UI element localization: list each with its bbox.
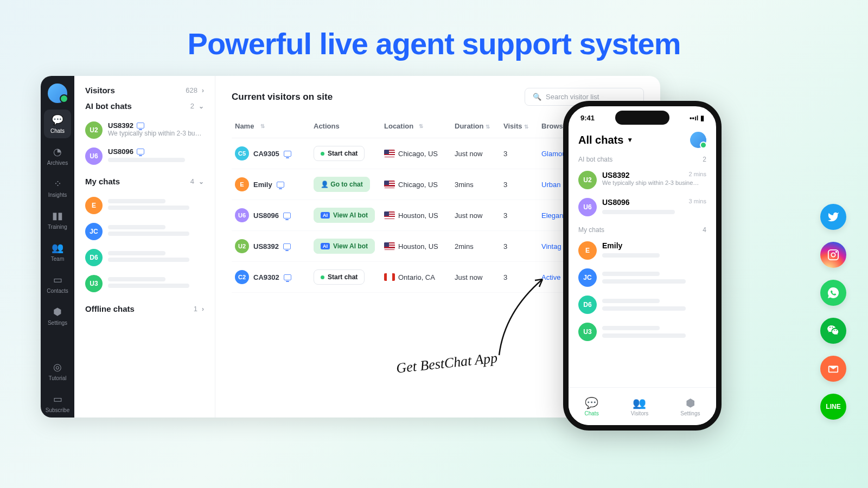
col-name[interactable]: Name bbox=[235, 122, 254, 130]
nav-archives[interactable]: ◔ Archives bbox=[44, 142, 71, 170]
skeleton bbox=[602, 333, 686, 338]
section-offline-chats[interactable]: Offline chats 1 › bbox=[85, 304, 204, 313]
avatar: U6 bbox=[578, 198, 597, 216]
nav-chats[interactable]: 💬 Chats bbox=[44, 110, 71, 138]
skeleton bbox=[602, 272, 660, 276]
gear-icon: ⬢ bbox=[686, 396, 695, 409]
signal-icon: ••ıl ▮ bbox=[690, 114, 704, 122]
section-my-chats[interactable]: My chats 4 ⌄ bbox=[85, 177, 204, 186]
phone-chat-item[interactable]: D6 bbox=[578, 291, 706, 318]
phone-mockup: 9:41 ••ıl ▮ All chats ▼ AI bot chats 2 U… bbox=[563, 101, 722, 431]
nav-label: Tutorial bbox=[49, 375, 67, 381]
section-visitors[interactable]: Visitors 628 › bbox=[85, 86, 204, 95]
chat-preview: We typically ship within 2-3 busi... bbox=[108, 130, 204, 137]
visitor-name: CA9302 bbox=[253, 273, 279, 281]
view-ai-bot-button[interactable]: AI View AI bot bbox=[314, 239, 375, 254]
nav-settings[interactable]: ⬢ Settings bbox=[44, 301, 71, 330]
nav-insights[interactable]: ⁘ Insights bbox=[44, 174, 71, 202]
archive-icon: ◔ bbox=[53, 146, 62, 158]
flag-icon bbox=[384, 242, 395, 250]
chat-name: US8096 bbox=[602, 198, 630, 207]
skeleton bbox=[602, 279, 686, 284]
chat-item[interactable]: U6 US8096 bbox=[85, 143, 204, 169]
desktop-icon bbox=[283, 213, 291, 219]
desktop-icon bbox=[137, 123, 144, 129]
start-chat-button[interactable]: Start chat bbox=[314, 269, 365, 285]
section-count: 2 bbox=[190, 102, 194, 110]
chat-item[interactable]: D6 bbox=[85, 245, 204, 271]
twitter-icon[interactable] bbox=[820, 204, 846, 230]
section-count: 4 bbox=[190, 177, 194, 185]
avatar: U3 bbox=[85, 275, 103, 292]
section-title: Offline chats bbox=[85, 304, 135, 313]
nav-contacts[interactable]: ▭ Contacts bbox=[44, 269, 71, 298]
whatsapp-icon[interactable] bbox=[820, 280, 846, 306]
skeleton bbox=[108, 251, 165, 255]
wechat-icon[interactable] bbox=[820, 318, 846, 344]
skeleton bbox=[602, 253, 660, 258]
desktop-icon bbox=[284, 274, 291, 280]
chat-item[interactable]: JC bbox=[85, 219, 204, 245]
section-ai-chats[interactable]: AI bot chats 2 ⌄ bbox=[85, 101, 204, 111]
col-browsing: Browsi bbox=[541, 122, 565, 130]
desktop-icon bbox=[137, 149, 144, 155]
flag-icon bbox=[384, 211, 395, 219]
section-title: My chats bbox=[85, 177, 120, 186]
nav-subscribe[interactable]: ▭ Subscribe bbox=[44, 389, 71, 418]
phone-chat-item[interactable]: U2 US83922 mins We typically ship within… bbox=[578, 166, 706, 194]
chat-item[interactable]: U2 US8392 We typically ship within 2-3 b… bbox=[85, 117, 204, 143]
tab-chats[interactable]: 💬 Chats bbox=[585, 396, 599, 416]
tab-settings[interactable]: ⬢ Settings bbox=[680, 396, 700, 416]
location-text: Chicago, US bbox=[398, 181, 438, 189]
phone-chat-item[interactable]: U3 bbox=[578, 318, 706, 345]
mail-icon[interactable] bbox=[820, 356, 846, 382]
desktop-icon bbox=[283, 243, 291, 249]
app-logo[interactable] bbox=[690, 132, 706, 148]
chat-item[interactable]: E bbox=[85, 192, 204, 219]
nav-team[interactable]: 👥 Team bbox=[44, 237, 71, 266]
phone-chat-item[interactable]: U6 US80963 mins bbox=[578, 194, 706, 221]
avatar: U2 bbox=[578, 171, 597, 189]
chat-name: US8096 bbox=[108, 147, 204, 156]
skeleton bbox=[108, 206, 189, 210]
chat-time: 3 mins bbox=[689, 198, 706, 207]
phone-title[interactable]: All chats ▼ bbox=[578, 134, 633, 146]
nav-training[interactable]: ▮▮ Training bbox=[44, 206, 71, 234]
skeleton bbox=[108, 158, 185, 162]
section-count: 628 bbox=[186, 86, 197, 94]
nav-tutorial[interactable]: ◎ Tutorial bbox=[44, 357, 71, 386]
nav-label: Archives bbox=[47, 160, 68, 166]
chevron-right-icon: › bbox=[202, 305, 204, 313]
avatar: U2 bbox=[85, 121, 103, 139]
visitor-name: Emily bbox=[253, 181, 272, 189]
skeleton bbox=[108, 258, 189, 262]
skeleton bbox=[108, 277, 165, 281]
conversation-panel: Visitors 628 › AI bot chats 2 ⌄ U2 US839… bbox=[74, 76, 215, 418]
section-title: Visitors bbox=[85, 86, 115, 95]
visitor-name: CA9305 bbox=[253, 150, 279, 158]
phone-chat-item[interactable]: E Emily bbox=[578, 237, 706, 264]
start-chat-button[interactable]: Start chat bbox=[314, 146, 365, 161]
visits-text: 3 bbox=[503, 242, 541, 251]
col-visits[interactable]: Visits bbox=[503, 122, 522, 130]
chat-name: Emily bbox=[602, 241, 706, 250]
skeleton bbox=[108, 225, 165, 229]
col-location[interactable]: Location bbox=[384, 122, 413, 130]
skeleton bbox=[108, 232, 189, 236]
phone-chat-item[interactable]: JC bbox=[578, 264, 706, 291]
phone-section-ai: AI bot chats 2 bbox=[578, 156, 706, 163]
section-count: 1 bbox=[194, 305, 197, 313]
go-to-chat-button[interactable]: 👤 Go to chat bbox=[314, 177, 370, 192]
instagram-icon[interactable] bbox=[820, 242, 846, 268]
callout-text: Get BestChat App bbox=[395, 350, 498, 376]
visitor-name: US8096 bbox=[253, 211, 279, 220]
chevron-right-icon: › bbox=[202, 87, 204, 94]
people-icon: 👥 bbox=[633, 396, 646, 409]
training-icon: ▮▮ bbox=[52, 210, 63, 222]
tab-visitors[interactable]: 👥 Visitors bbox=[631, 396, 649, 416]
view-ai-bot-button[interactable]: AI View AI bot bbox=[314, 208, 375, 223]
chat-item[interactable]: U3 bbox=[85, 271, 204, 297]
col-duration[interactable]: Duration bbox=[455, 122, 483, 130]
line-icon[interactable]: LINE bbox=[820, 394, 846, 420]
avatar: U3 bbox=[578, 323, 597, 341]
